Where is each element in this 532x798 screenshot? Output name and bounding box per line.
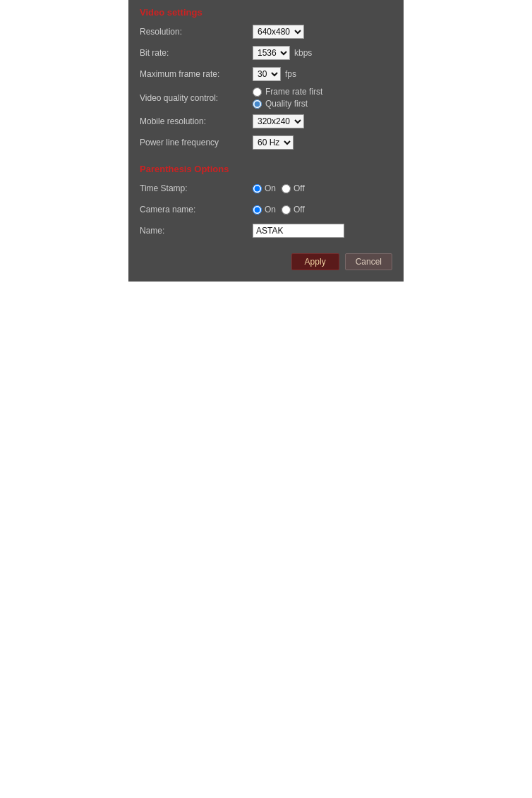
power-line-control: 60 Hz [253, 135, 294, 150]
quality-first-label[interactable]: Quality first [265, 99, 308, 109]
quality-first-option: Quality first [253, 99, 322, 109]
apply-button[interactable]: Apply [291, 253, 339, 270]
camera-name-row: Camera name: On Off [140, 201, 392, 218]
video-quality-control: Frame rate first Quality first [253, 87, 322, 109]
frame-rate-first-option: Frame rate first [253, 87, 322, 97]
bitrate-unit: kbps [294, 48, 312, 58]
timestamp-control: On Off [253, 183, 305, 193]
bitrate-row: Bit rate: 1536 kbps [140, 44, 392, 61]
frame-rate-first-radio[interactable] [253, 87, 262, 97]
camera-name-off-option: Off [282, 205, 305, 214]
max-frame-rate-label: Maximum frame rate: [140, 69, 253, 79]
resolution-select[interactable]: 640x480 [253, 25, 304, 39]
video-quality-radio-group: Frame rate first Quality first [253, 87, 322, 109]
video-settings-panel: Video settings Resolution: 640x480 Bit r… [128, 0, 404, 282]
mobile-resolution-row: Mobile resolution: 320x240 [140, 113, 392, 130]
mobile-resolution-label: Mobile resolution: [140, 116, 253, 126]
frame-rate-first-label[interactable]: Frame rate first [265, 87, 322, 97]
camera-name-control: On Off [253, 205, 305, 214]
max-frame-rate-control: 30 fps [253, 67, 296, 81]
bitrate-select[interactable]: 1536 [253, 46, 290, 60]
camera-name-label: Camera name: [140, 205, 253, 214]
video-quality-label: Video quality control: [140, 93, 253, 103]
power-line-select[interactable]: 60 Hz [253, 135, 294, 150]
resolution-label: Resolution: [140, 27, 253, 37]
power-line-row: Power line frequency 60 Hz [140, 134, 392, 151]
camera-name-on-radio[interactable] [253, 205, 262, 214]
timestamp-label: Time Stamp: [140, 183, 253, 193]
max-frame-rate-row: Maximum frame rate: 30 fps [140, 66, 392, 83]
camera-name-off-radio[interactable] [282, 205, 291, 214]
resolution-row: Resolution: 640x480 [140, 23, 392, 40]
timestamp-off-radio[interactable] [282, 184, 291, 193]
name-control [253, 224, 344, 238]
camera-name-radio-group: On Off [253, 205, 305, 214]
mobile-resolution-select[interactable]: 320x240 [253, 114, 304, 128]
camera-name-on-label[interactable]: On [265, 205, 276, 214]
name-input[interactable] [253, 224, 344, 238]
bitrate-label: Bit rate: [140, 48, 253, 58]
button-row: Apply Cancel [140, 253, 392, 270]
timestamp-on-radio[interactable] [253, 184, 262, 193]
bitrate-control: 1536 kbps [253, 46, 312, 60]
power-line-label: Power line frequency [140, 138, 253, 147]
cancel-button[interactable]: Cancel [345, 253, 392, 270]
timestamp-row: Time Stamp: On Off [140, 180, 392, 197]
timestamp-off-option: Off [282, 183, 305, 193]
timestamp-on-label[interactable]: On [265, 183, 276, 193]
frame-rate-unit: fps [285, 69, 296, 79]
timestamp-off-label[interactable]: Off [294, 183, 305, 193]
timestamp-on-option: On [253, 183, 276, 193]
parenthesis-options-title: Parenthesis Options [140, 164, 392, 174]
max-frame-rate-select[interactable]: 30 [253, 67, 281, 81]
video-settings-title: Video settings [140, 7, 392, 18]
timestamp-radio-group: On Off [253, 183, 305, 193]
mobile-resolution-control: 320x240 [253, 114, 304, 128]
resolution-control: 640x480 [253, 25, 304, 39]
camera-name-on-option: On [253, 205, 276, 214]
name-label: Name: [140, 226, 253, 236]
camera-name-off-label[interactable]: Off [294, 205, 305, 214]
quality-first-radio[interactable] [253, 99, 262, 109]
name-row: Name: [140, 222, 392, 239]
video-quality-row: Video quality control: Frame rate first … [140, 87, 392, 109]
